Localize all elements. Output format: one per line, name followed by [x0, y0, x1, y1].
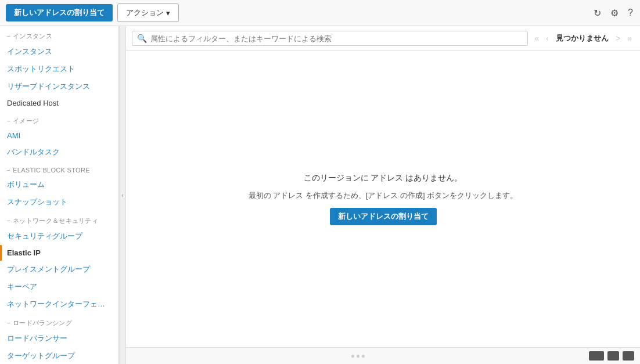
- top-toolbar: 新しいアドレスの割り当て アクション ▾ ↻ ⚙ ?: [0, 0, 640, 26]
- sidebar-item-elastic-ip[interactable]: Elastic IP: [0, 245, 118, 261]
- sidebar-item-load-balancers[interactable]: ロードバランサー: [0, 330, 118, 347]
- sidebar-item-instances[interactable]: インスタンス: [0, 43, 118, 60]
- empty-state: このリージョンに アドレス はありません。 最初の アドレス を作成するため、[…: [126, 51, 640, 347]
- page-prev-btn[interactable]: ‹: [544, 33, 551, 44]
- sidebar-section-elastic-block-store: −ELASTIC BLOCK STORE: [0, 161, 118, 176]
- collapse-icon-network-security[interactable]: −: [7, 218, 10, 224]
- filter-input[interactable]: [150, 34, 523, 43]
- sidebar-item-bundle-tasks[interactable]: バンドルタスク: [0, 143, 118, 161]
- bottom-view-icons: [589, 351, 634, 361]
- sidebar-item-security-groups[interactable]: セキュリティグループ: [0, 228, 118, 245]
- dot2: [357, 355, 359, 358]
- page-next-btn[interactable]: >: [613, 33, 623, 44]
- refresh-btn[interactable]: ↻: [592, 6, 602, 20]
- sidebar-item-placement-groups[interactable]: プレイスメントグループ: [0, 261, 118, 278]
- view-grid-btn[interactable]: [607, 351, 619, 361]
- actions-label: アクション: [126, 8, 164, 18]
- filter-input-wrap: 🔍: [132, 31, 528, 46]
- dot1: [351, 355, 354, 358]
- main-layout: −インスタンスインスタンススポットリクエストリザーブドインスタンスDedicat…: [0, 26, 640, 364]
- page-last-btn[interactable]: »: [625, 33, 634, 44]
- sidebar-item-spot-requests[interactable]: スポットリクエスト: [0, 60, 118, 78]
- view-split-btn[interactable]: [589, 351, 604, 361]
- content-area: 🔍 « ‹ 見つかりません > » このリージョンに アドレス はありません。 …: [126, 26, 640, 364]
- pagination-controls: « ‹ 見つかりません > »: [533, 33, 634, 44]
- collapse-icon-elastic-block-store[interactable]: −: [7, 167, 10, 174]
- sidebar-item-network-interfaces[interactable]: ネットワークインターフェイス: [0, 295, 118, 313]
- sidebar-section-images: −イメージ: [0, 111, 118, 128]
- bottom-bar: [126, 347, 640, 364]
- bottom-center-dots: [132, 355, 584, 358]
- collapse-icon-instances[interactable]: −: [7, 33, 10, 39]
- sidebar-item-ami[interactable]: AMI: [0, 128, 118, 143]
- new-address-btn-top[interactable]: 新しいアドレスの割り当て: [6, 4, 113, 21]
- sidebar-item-key-pairs[interactable]: キーペア: [0, 278, 118, 295]
- collapse-icon-images[interactable]: −: [7, 118, 10, 124]
- settings-btn[interactable]: ⚙: [609, 6, 620, 20]
- sidebar: −インスタンスインスタンススポットリクエストリザーブドインスタンスDedicat…: [0, 26, 119, 364]
- sidebar-item-snapshots[interactable]: スナップショット: [0, 193, 118, 211]
- actions-btn[interactable]: アクション ▾: [117, 3, 179, 22]
- page-first-btn[interactable]: «: [533, 33, 542, 44]
- search-icon: 🔍: [137, 34, 147, 43]
- sidebar-item-dedicated-host[interactable]: Dedicated Host: [0, 95, 118, 111]
- collapse-icon-load-balancing[interactable]: −: [7, 320, 10, 326]
- actions-arrow-icon: ▾: [166, 9, 170, 17]
- sidebar-section-load-balancing: −ロードバランシング: [0, 313, 118, 330]
- sidebar-collapse-btn[interactable]: ‹: [119, 26, 126, 364]
- filter-bar: 🔍 « ‹ 見つかりません > »: [126, 26, 640, 51]
- sidebar-item-volumes[interactable]: ボリューム: [0, 176, 118, 193]
- page-status: 見つかりません: [553, 33, 611, 44]
- toolbar-icons: ↻ ⚙ ?: [592, 6, 634, 20]
- sidebar-item-reserved-instances[interactable]: リザーブドインスタンス: [0, 78, 118, 95]
- empty-state-msg1: このリージョンに アドレス はありません。: [304, 173, 463, 183]
- help-btn[interactable]: ?: [627, 6, 634, 19]
- sidebar-item-target-groups[interactable]: ターゲットグループ: [0, 347, 118, 364]
- dot3: [362, 355, 365, 358]
- sidebar-section-instances: −インスタンス: [0, 26, 118, 43]
- empty-state-msg2: 最初の アドレス を作成するため、[アドレス の作成] ボタンをクリックします。: [249, 190, 518, 201]
- sidebar-section-network-security: −ネットワーク＆セキュリティ: [0, 211, 118, 228]
- new-address-btn-cta[interactable]: 新しいアドレスの割り当て: [330, 208, 437, 225]
- view-list-btn[interactable]: [623, 351, 634, 361]
